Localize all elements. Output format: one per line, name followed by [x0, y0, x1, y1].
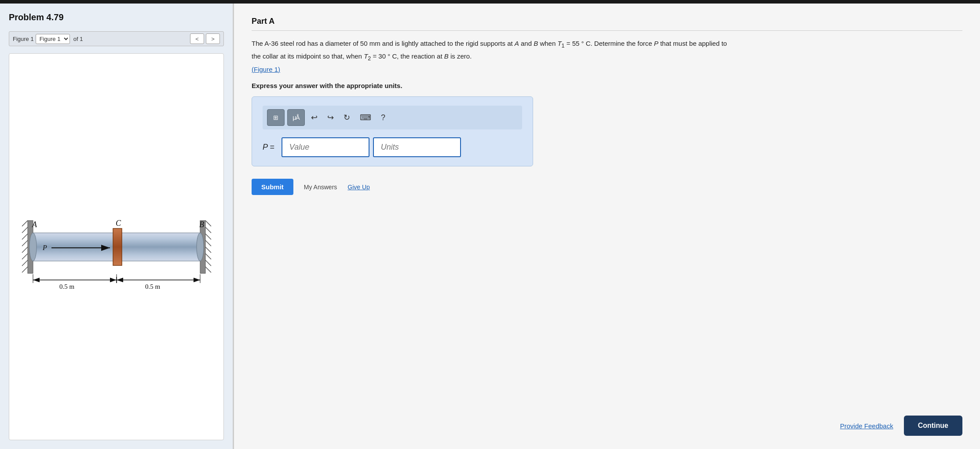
figure-dropdown[interactable]: Figure 1: [36, 34, 70, 44]
refresh-icon: ↻: [344, 113, 350, 122]
p-equals-label: P =: [263, 143, 274, 152]
figure-display: A C B P: [9, 53, 224, 440]
value-input[interactable]: [282, 137, 369, 157]
svg-text:A: A: [32, 220, 37, 229]
input-row: P =: [263, 137, 522, 157]
bottom-row: Provide Feedback Continue: [252, 402, 962, 436]
my-answers-label: My Answers: [304, 184, 337, 191]
redo-button[interactable]: ↪: [324, 109, 337, 126]
math-toolbar: ⊞ μÅ ↩ ↪ ↻ ⌨ ?: [263, 106, 522, 129]
svg-text:C: C: [116, 219, 121, 228]
problem-text: The A-36 steel rod has a diameter of 50 …: [252, 38, 735, 75]
left-panel: Problem 4.79 Figure 1 Figure 1 of 1 < >: [0, 4, 233, 449]
matrix-button[interactable]: ⊞: [267, 109, 285, 126]
figure-select-wrapper: Figure 1 Figure 1: [13, 34, 70, 44]
matrix-icon: ⊞: [273, 114, 278, 121]
svg-text:0.5 m: 0.5 m: [59, 283, 75, 290]
figure-controls: Figure 1 Figure 1 of 1 < >: [9, 31, 224, 46]
figure-label: Figure 1: [13, 36, 34, 42]
figure-nav-buttons: < >: [190, 33, 220, 44]
problem-title: Problem 4.79: [9, 12, 224, 22]
right-panel: Part A The A-36 steel rod has a diameter…: [233, 4, 980, 449]
svg-text:P: P: [42, 244, 47, 251]
svg-rect-21: [113, 228, 122, 265]
undo-icon: ↩: [311, 113, 318, 122]
answer-box: ⊞ μÅ ↩ ↪ ↻ ⌨ ?: [252, 96, 533, 166]
units-input[interactable]: [373, 137, 461, 157]
svg-text:0.5 m: 0.5 m: [145, 283, 161, 290]
keyboard-icon: ⌨: [360, 113, 371, 122]
svg-text:B: B: [199, 220, 204, 229]
redo-icon: ↪: [327, 113, 334, 122]
express-label: Express your answer with the appropriate…: [252, 82, 962, 89]
diagram-svg: A C B P: [15, 172, 218, 322]
problem-text-content: The A-36 steel rod has a diameter of 50 …: [252, 40, 727, 60]
mu-symbol-icon: μÅ: [293, 114, 299, 121]
undo-button[interactable]: ↩: [307, 109, 321, 126]
svg-point-23: [197, 233, 204, 261]
submit-button[interactable]: Submit: [252, 179, 293, 195]
provide-feedback-link[interactable]: Provide Feedback: [840, 422, 893, 430]
svg-point-22: [29, 233, 37, 261]
submit-row: Submit My Answers Give Up: [252, 179, 962, 195]
help-icon: ?: [381, 113, 385, 122]
prev-figure-button[interactable]: <: [190, 33, 204, 44]
main-layout: Problem 4.79 Figure 1 Figure 1 of 1 < >: [0, 4, 980, 449]
top-bar: [0, 0, 980, 4]
figure-of: of 1: [73, 36, 83, 42]
figure-link[interactable]: (Figure 1): [252, 66, 280, 73]
symbol-button[interactable]: μÅ: [287, 109, 305, 126]
help-button[interactable]: ?: [377, 109, 389, 126]
keyboard-button[interactable]: ⌨: [356, 109, 375, 126]
give-up-link[interactable]: Give Up: [347, 184, 370, 191]
next-figure-button[interactable]: >: [206, 33, 220, 44]
continue-button[interactable]: Continue: [904, 416, 962, 436]
part-header: Part A: [252, 17, 962, 31]
svg-rect-20: [117, 233, 200, 261]
refresh-button[interactable]: ↻: [340, 109, 354, 126]
